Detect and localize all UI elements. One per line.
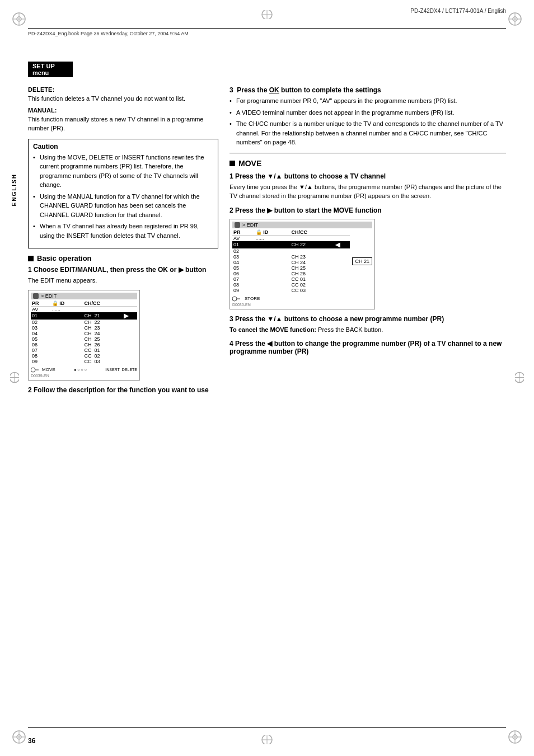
screen1-footer-move: MOVE: [42, 367, 55, 372]
screen2-ch-box: CH 21: [352, 257, 372, 265]
screen2-ref: D0030-EN: [232, 303, 372, 307]
screen-mockup-2: > EDIT PR 🔒 ID CH/CC: [229, 219, 375, 309]
header-product-info: PD-Z42DX4 / LCT1774-001A / English: [410, 8, 506, 14]
move-step4-heading: 4 Press the ◀ button to change the progr…: [229, 340, 506, 355]
step3-bullet-2: A VIDEO terminal number does not appear …: [229, 108, 506, 118]
basic-op-title: Basic operation: [37, 254, 92, 262]
screen2-row-06: 06CH 26: [232, 271, 350, 276]
caution-list: Using the MOVE, DELETE or INSERT functio…: [33, 153, 213, 241]
screen2-footer-store: STORE: [245, 296, 260, 301]
step3-complete: 3 Press the OK button to complete the se…: [229, 86, 506, 147]
manual-title: MANUAL:: [28, 107, 218, 114]
screen1-ref: D0039-EN: [31, 374, 137, 378]
screen1-col-chcc: CH/CC: [83, 300, 123, 307]
move-square-icon: [229, 161, 235, 166]
screen1-row-03: 03CH 23: [31, 325, 137, 331]
screen1-row-av: AV......: [31, 306, 137, 312]
screen1-row-05: 05CH 25: [31, 336, 137, 342]
page-number: 36: [28, 737, 35, 745]
screen2-row-05: 05CH 25: [232, 265, 350, 271]
move-step3-cancel-text: Press the BACK button.: [318, 326, 383, 333]
mid-left-mark: [10, 369, 19, 387]
screen2-footer: STORE: [232, 295, 372, 302]
move-step1-heading: 1 Press the ▼/▲ buttons to choose a TV c…: [229, 172, 506, 180]
step2-heading: 2 Follow the description for the functio…: [28, 386, 218, 394]
screen2-row-09: 09CC 03: [232, 288, 350, 293]
corner-bottom-right: [507, 729, 523, 745]
move-step2: 2 Press the ▶ button to start the MOVE f…: [229, 206, 506, 309]
move-section-heading: MOVE: [229, 159, 506, 168]
screen1-footer-insert: INSERT: [105, 368, 120, 372]
move-title: MOVE: [238, 159, 261, 168]
screen2-row-01: 01CH 22 ◀: [232, 241, 350, 248]
delete-text: This function deletes a TV channel you d…: [28, 94, 218, 104]
screen2-row-04: 04CH 24: [232, 260, 350, 265]
section-bar: SET UP menu: [28, 62, 73, 77]
move-step2-heading: 2 Press the ▶ button to start the MOVE f…: [229, 206, 506, 214]
step2: 2 Follow the description for the functio…: [28, 386, 218, 394]
step3-bullet-1: For programme number PR 0, "AV" appears …: [229, 96, 506, 106]
step1-heading: 1 Choose EDIT/MANUAL, then press the OK …: [28, 266, 218, 274]
right-column: 3 Press the OK button to complete the se…: [229, 86, 506, 400]
screen2-table-wrap: PR 🔒 ID CH/CC AV...... 01CH: [232, 229, 350, 293]
screen2-row-07: 07CC 01: [232, 276, 350, 282]
footer-line: [28, 727, 506, 728]
screen1-row-01: 01CH 21 ▶: [31, 312, 137, 320]
caution-title: Caution: [33, 143, 213, 151]
screen1-icon: [33, 293, 39, 299]
two-col-layout: DELETE: This function deletes a TV chann…: [28, 86, 506, 400]
move-step4: 4 Press the ◀ button to change the progr…: [229, 340, 506, 355]
screen2-col-pr: PR: [232, 229, 255, 236]
screen1-header-text: > EDIT: [41, 293, 57, 299]
basic-op-square: [28, 256, 34, 261]
step3-bullets: For programme number PR 0, "AV" appears …: [229, 96, 506, 147]
screen1-row-02: 02CH 22: [31, 320, 137, 325]
screen2-row-03: 03CH 23: [232, 254, 350, 260]
screen1-table: PR 🔒 ID CH/CC AV...... 01CH 21: [31, 300, 137, 364]
screen2-ch-box-wrap: CH 21: [352, 229, 372, 293]
screen2-header-text: > EDIT: [242, 222, 258, 228]
screen2-content: PR 🔒 ID CH/CC AV...... 01CH: [232, 229, 372, 293]
corner-bottom-left: [11, 729, 27, 745]
manual-text: This function manually stores a new TV c…: [28, 115, 218, 133]
move-step3-cancel: To cancel the MOVE function: Press the B…: [229, 325, 506, 335]
delete-title: DELETE:: [28, 86, 218, 93]
screen1-row-08: 08CC 02: [31, 353, 137, 359]
caution-item-1: Using the MOVE, DELETE or INSERT functio…: [33, 153, 213, 190]
sidebar-english-label: ENGLISH: [11, 173, 17, 206]
screen1-header: > EDIT: [31, 293, 137, 299]
screen1-col-pr: PR: [31, 300, 51, 307]
main-content: SET UP menu ENGLISH DELETE: This functio…: [28, 62, 506, 722]
header-file-line: PD-Z42DX4_Eng.book Page 36 Wednesday, Oc…: [28, 28, 506, 36]
screen2-table: PR 🔒 ID CH/CC AV...... 01CH: [232, 229, 350, 293]
screen2-icon: [235, 222, 240, 228]
step3-bullet-3: The CH/CC number is a number unique to t…: [229, 119, 506, 147]
mid-right-mark: [515, 369, 524, 387]
left-column: DELETE: This function deletes a TV chann…: [28, 86, 218, 400]
delete-section: DELETE: This function deletes a TV chann…: [28, 86, 218, 133]
divider-1: [229, 153, 506, 153]
section-bar-area: SET UP menu: [28, 62, 506, 81]
screen1-footer-delete: DELETE: [122, 368, 137, 372]
screen2-row-08: 08CC 02: [232, 282, 350, 288]
screen1-row-07: 07CC 01: [31, 348, 137, 353]
screen1-row-09: 09CC 03: [31, 359, 137, 364]
step1-sub: The EDIT menu appears.: [28, 276, 218, 285]
move-step3-cancel-label: To cancel the MOVE function:: [229, 326, 316, 333]
caution-item-3: When a TV channel has already been regis…: [33, 222, 213, 240]
screen2-header: > EDIT: [232, 222, 372, 228]
screen1-row-04: 04CH 24: [31, 331, 137, 336]
screen2-row-02: 02: [232, 248, 350, 254]
caution-item-2: Using the MANUAL function for a TV chann…: [33, 192, 213, 220]
move-step1-text: Every time you press the ▼/▲ buttons, th…: [229, 182, 506, 201]
screen1-row-06: 06CH 26: [31, 342, 137, 348]
svg-point-30: [232, 297, 237, 301]
screen-mockup-1: > EDIT PR 🔒 ID CH/CC: [28, 290, 140, 381]
screen1-footer: MOVE ●○○○ INSERT DELETE: [31, 367, 137, 373]
move-step3: 3 Press the ▼/▲ buttons to choose a new …: [229, 315, 506, 335]
screen2-col-id: 🔒 ID: [255, 229, 291, 236]
header: PD-Z42DX4 / LCT1774-001A / English PD-Z4…: [0, 0, 534, 62]
step3-heading: 3 Press the OK button to complete the se…: [229, 86, 506, 94]
screen1-col-id: 🔒 ID: [51, 300, 83, 307]
caution-box: Caution Using the MOVE, DELETE or INSERT…: [28, 139, 218, 249]
